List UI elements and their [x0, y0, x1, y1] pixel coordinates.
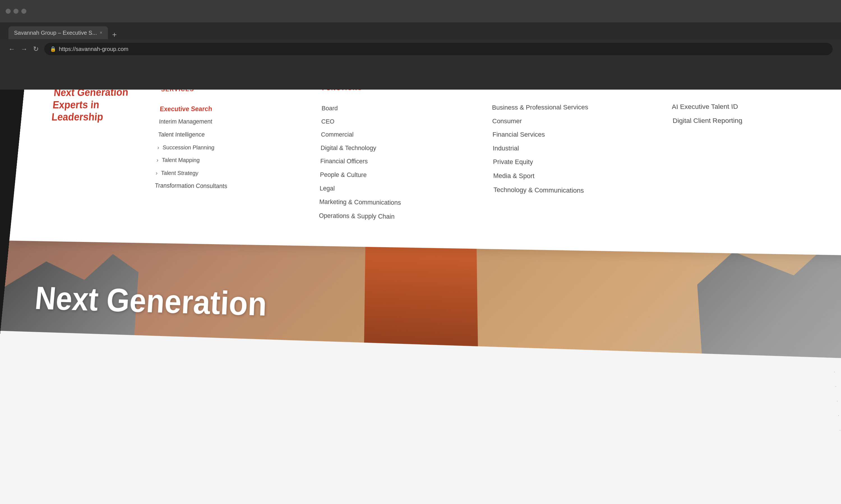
sectors-private-equity-link[interactable]: Private Equity	[493, 158, 651, 167]
dropdown-functions-col: FUNCTIONS Board CEO Commercial Digital &…	[319, 84, 470, 227]
tab-close-button[interactable]: ×	[100, 30, 102, 35]
webpage-wrapper: savannah WHAT WE DO OUR TEAM ABOUT US IN…	[0, 33, 841, 504]
window-controls	[5, 9, 27, 14]
services-succession-planning-link[interactable]: Succession Planning	[157, 144, 299, 151]
minimize-dot[interactable]	[14, 9, 18, 14]
tab-label: Savannah Group – Executive S...	[14, 30, 97, 36]
refresh-button[interactable]: ↻	[33, 45, 39, 53]
address-bar[interactable]: 🔒 https://savannah-group.com	[44, 43, 833, 55]
functions-commercial-link[interactable]: Commercial	[321, 130, 469, 139]
sectors-financial-link[interactable]: Financial Services	[493, 130, 649, 139]
browser-tab[interactable]: Savannah Group – Executive S... ×	[8, 26, 108, 39]
tech-ai-link[interactable]: AI Executive Talent ID	[671, 102, 836, 111]
dropdown-technologies-col: TECHNOLOGIES AI Executive Talent ID Digi…	[670, 80, 841, 233]
lock-icon: 🔒	[50, 46, 56, 52]
functions-digital-link[interactable]: Digital & Technology	[321, 144, 469, 152]
sectors-industrial-link[interactable]: Industrial	[493, 144, 650, 153]
services-talent-strategy-link[interactable]: Talent Strategy	[156, 169, 298, 178]
sectors-business-link[interactable]: Business & Professional Services	[492, 103, 648, 112]
tech-digital-reporting-link[interactable]: Digital Client Reporting	[672, 116, 838, 125]
webpage: savannah WHAT WE DO OUR TEAM ABOUT US IN…	[0, 33, 841, 504]
functions-financial-officers-link[interactable]: Financial Officers	[320, 157, 469, 166]
functions-people-culture-link[interactable]: People & Culture	[320, 171, 470, 180]
hero-headline: Next Generation	[34, 282, 268, 321]
sectors-tech-comms-link[interactable]: Technology & Communications	[493, 186, 652, 196]
functions-board-link[interactable]: Board	[322, 104, 469, 112]
functions-ceo-link[interactable]: CEO	[321, 117, 469, 125]
address-bar-row: ← → ↻ 🔒 https://savannah-group.com	[0, 39, 841, 59]
forward-button[interactable]: →	[21, 45, 28, 53]
functions-legal-link[interactable]: Legal	[320, 184, 470, 194]
dropdown-sectors-col: SECTORS Business & Professional Services…	[492, 82, 655, 230]
url-text: https://savannah-group.com	[59, 46, 128, 52]
services-talent-mapping-link[interactable]: Talent Mapping	[156, 156, 298, 165]
dropdown-services-col: SERVICES Executive Search Interim Manage…	[153, 85, 301, 225]
sectors-consumer-link[interactable]: Consumer	[492, 117, 648, 125]
browser-titlebar	[0, 0, 841, 22]
sectors-media-sport-link[interactable]: Media & Sport	[493, 172, 652, 181]
maximize-dot[interactable]	[21, 9, 27, 14]
services-talent-intelligence-link[interactable]: Talent Intelligence	[158, 130, 299, 139]
browser-chrome: Savannah Group – Executive S... × + ← → …	[0, 0, 841, 90]
tab-bar: Savannah Group – Executive S... × +	[0, 22, 841, 39]
services-executive-search-link[interactable]: Executive Search	[159, 105, 300, 113]
functions-marketing-link[interactable]: Marketing & Communications	[319, 198, 470, 208]
close-dot[interactable]	[5, 9, 11, 14]
services-transformation-link[interactable]: Transformation Consultants	[155, 182, 298, 191]
back-button[interactable]: ←	[8, 45, 15, 53]
new-tab-button[interactable]: +	[112, 30, 117, 39]
dropdown-hero-tagline: Next Generation Experts in Leadership	[51, 86, 141, 124]
rocks-right-decoration	[694, 240, 841, 360]
functions-operations-link[interactable]: Operations & Supply Chain	[319, 211, 470, 222]
dropdown-hero-col: Next Generation Experts in Leadership	[42, 86, 141, 222]
services-interim-management-link[interactable]: Interim Management	[159, 117, 299, 125]
